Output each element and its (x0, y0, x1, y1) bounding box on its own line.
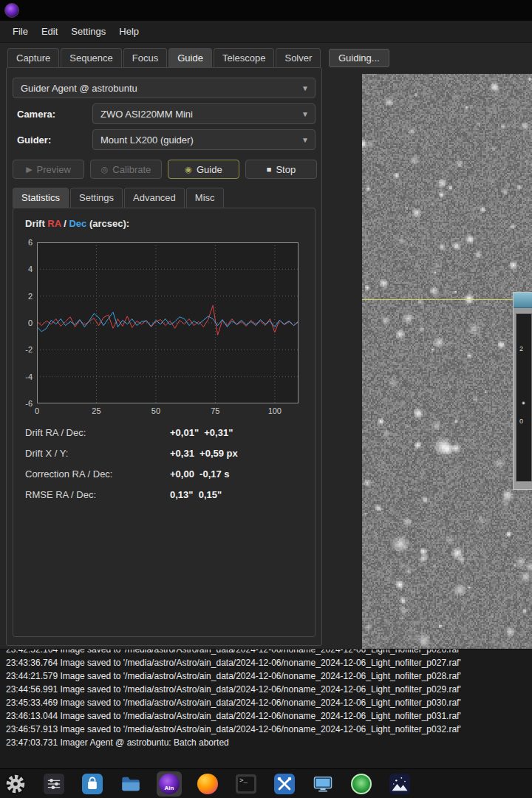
subtab-statistics[interactable]: Statistics (13, 188, 69, 208)
app-icon (4, 3, 19, 18)
drift-chart-x-axis: 0255075100 (37, 406, 299, 417)
calibrate-button[interactable]: ◎ Calibrate (90, 160, 162, 179)
stat-label: RMSE RA / Dec: (25, 489, 96, 500)
chevron-down-icon: ▼ (301, 84, 309, 92)
x-tick-label: 100 (268, 406, 282, 415)
crossed-tools-icon (274, 774, 295, 794)
stat-value: +0,00 -0,17 s (170, 468, 230, 480)
stat-value: 0,13" 0,15" (170, 489, 222, 500)
log-line: 23:44:21.579 Image saved to '/media/astr… (6, 669, 532, 683)
guider-image-viewer[interactable]: 2 0 (362, 74, 532, 649)
chevron-down-icon: ▼ (301, 136, 309, 144)
x-tick-label: 0 (35, 406, 39, 415)
camera-select[interactable]: ZWO ASI220MM Mini ▼ (92, 103, 316, 124)
preview-button[interactable]: ▶ Preview (13, 160, 84, 179)
guide-button-label: Guide (197, 164, 222, 175)
taskbar-settings-gear-icon[interactable] (3, 771, 28, 797)
main-tab-bar: Capture Sequence Focus Guide Telescope S… (7, 48, 321, 68)
preview-button-label: Preview (37, 164, 71, 175)
ain-app-icon: Ain (159, 774, 180, 794)
camera-value: ZWO ASI220MM Mini (100, 109, 193, 120)
guiding-status-label: Guiding... (338, 52, 380, 64)
calibrate-button-label: Calibrate (112, 164, 151, 175)
calibrate-target-icon: ◎ (101, 166, 109, 174)
x-tick-label: 75 (211, 406, 219, 415)
guide-target-icon: ◉ (185, 166, 192, 174)
x-tick-label: 50 (151, 406, 160, 415)
overlay-window-titlebar[interactable] (514, 293, 532, 308)
log-line: 23:47:03.731 Imager Agent @ astrobuntu: … (6, 736, 532, 749)
subtab-misc[interactable]: Misc (186, 188, 224, 208)
tab-capture[interactable]: Capture (7, 48, 59, 68)
menubar: File Edit Settings Help (0, 21, 532, 43)
y-tick-label: 2 (16, 292, 33, 301)
taskbar-system-tools-icon[interactable] (272, 771, 297, 797)
camera-label: Camera: (17, 109, 55, 120)
x-tick-label: 25 (92, 406, 100, 415)
selection-overlay-window[interactable]: 2 0 (513, 292, 532, 490)
stat-row-rmse: RMSE RA / Dec: 0,13" 0,15" (13, 489, 315, 504)
stop-square-icon: ■ (267, 166, 272, 174)
menu-help[interactable]: Help (112, 23, 146, 40)
tab-focus[interactable]: Focus (123, 48, 167, 68)
taskbar-tweaks-icon[interactable] (41, 771, 66, 797)
tab-sequence[interactable]: Sequence (61, 48, 122, 68)
stat-row-drift-xy: Drift X / Y: +0,31 +0,59 px (13, 448, 315, 463)
stat-value: +0,01" +0,31" (170, 427, 233, 438)
subtab-settings[interactable]: Settings (70, 188, 123, 208)
menu-file[interactable]: File (6, 23, 35, 40)
log-line: 23:42:52.164 Image saved to '/media/astr… (6, 649, 532, 656)
overlay-tick-label: 0 (519, 417, 523, 425)
taskbar-ain-imager-icon[interactable]: Ain (157, 771, 182, 797)
stat-row-drift-radec: Drift RA / Dec: +0,01" +0,31" (13, 427, 315, 442)
log-output[interactable]: 23:42:52.164 Image saved to '/media/astr… (0, 649, 532, 768)
log-line: 23:46:13.044 Image saved to '/media/astr… (6, 709, 532, 723)
taskbar-software-center-icon[interactable] (80, 771, 105, 797)
terminal-icon: >_ (236, 774, 256, 794)
log-line: 23:43:36.764 Image saved to '/media/astr… (6, 656, 532, 669)
guide-button[interactable]: ◉ Guide (168, 160, 239, 179)
guider-value: Mount LX200 (guider) (100, 134, 194, 146)
taskbar-display-icon[interactable] (310, 771, 335, 797)
gear-icon (5, 774, 26, 794)
guider-select[interactable]: Mount LX200 (guider) ▼ (92, 129, 316, 150)
taskbar: Ain >_ (0, 768, 532, 798)
stop-button[interactable]: ■ Stop (245, 160, 317, 179)
taskbar-terminal-icon[interactable]: >_ (233, 771, 259, 797)
overlay-star-blob (522, 401, 525, 405)
menu-edit[interactable]: Edit (35, 23, 64, 40)
taskbar-file-manager-icon[interactable] (118, 771, 143, 797)
taskbar-firefox-icon[interactable] (195, 771, 220, 797)
guider-agent-select[interactable]: Guider Agent @ astrobuntu ▼ (13, 78, 316, 98)
tab-telescope[interactable]: Telescope (214, 48, 275, 68)
window-titlebar[interactable] (0, 0, 532, 21)
guiding-status-button[interactable]: Guiding... (329, 49, 389, 67)
monitor-icon (313, 774, 333, 794)
guide-subtab-bar: Statistics Settings Advanced Misc (13, 188, 224, 208)
statistics-panel: Drift RA / Dec (arcsec): 6420-2-4-6 0255… (13, 208, 316, 637)
stop-button-label: Stop (276, 164, 296, 175)
tab-solver[interactable]: Solver (276, 48, 321, 68)
taskbar-stellarium-icon[interactable] (387, 771, 412, 797)
overlay-tick-label: 2 (519, 345, 523, 352)
y-tick-label: -2 (16, 345, 33, 355)
stat-label: Correction RA / Dec: (25, 468, 113, 480)
phd2-guide-icon (351, 774, 372, 794)
tab-guide[interactable]: Guide (168, 48, 212, 68)
drift-chart (37, 242, 299, 403)
y-tick-label: -6 (16, 399, 33, 409)
y-tick-label: -4 (16, 372, 33, 382)
guide-panel: Guider Agent @ astrobuntu ▼ Camera: ZWO … (6, 67, 322, 646)
stat-value: +0,31 +0,59 px (170, 448, 238, 459)
guider-agent-value: Guider Agent @ astrobuntu (21, 83, 137, 94)
stat-label: Drift X / Y: (25, 448, 68, 459)
y-tick-label: 0 (16, 318, 33, 328)
taskbar-phd2-icon[interactable] (349, 771, 374, 797)
drift-chart-y-axis: 6420-2-4-6 (16, 242, 34, 403)
menu-settings[interactable]: Settings (64, 23, 112, 40)
night-sky-icon (389, 774, 410, 794)
stat-row-correction: Correction RA / Dec: +0,00 -0,17 s (13, 468, 315, 483)
subtab-advanced[interactable]: Advanced (124, 188, 185, 208)
drift-chart-plot (37, 242, 299, 403)
folder-icon (120, 774, 141, 794)
